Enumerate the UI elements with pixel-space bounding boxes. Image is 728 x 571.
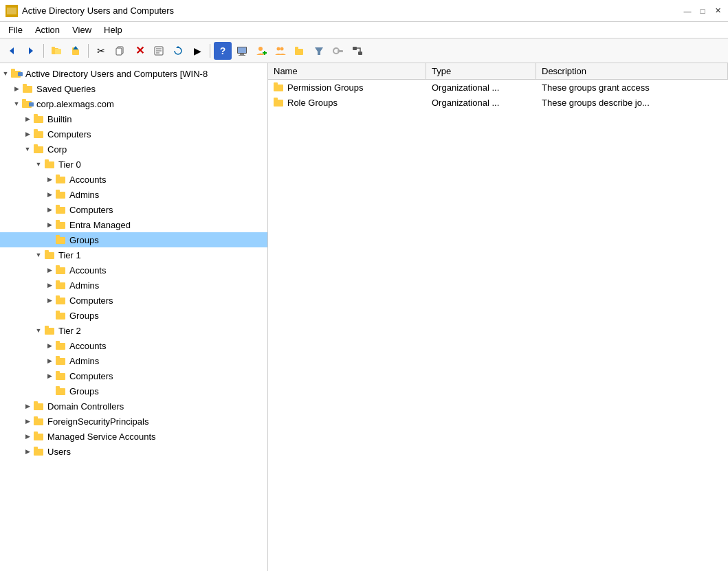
toolbar: ✂ ✕ ▶ ? [0,38,728,63]
new-group-button[interactable] [272,42,289,60]
managed-service-label: Managed Service Accounts [47,432,156,442]
open-button[interactable] [47,42,65,60]
computer-button[interactable] [233,42,251,60]
properties-button[interactable] [150,42,168,60]
t0-entra-label: Entra Managed [69,220,131,230]
tree-item-foreign-security[interactable]: ▶ ForeignSecurityPrincipals [0,414,267,429]
tier0-expander[interactable]: ▼ [33,159,44,170]
tree-item-users[interactable]: ▶ Users [0,444,267,459]
tree-item-corp-ou[interactable]: ▼ Corp [0,142,267,157]
menu-action[interactable]: Action [30,23,65,36]
corp-ou-expander[interactable]: ▼ [22,144,33,155]
tree-item-t0-accounts[interactable]: ▶ Accounts [0,172,267,187]
svg-rect-46 [34,144,38,147]
window-controls: — □ ✕ [683,6,723,16]
tier1-expander[interactable]: ▼ [33,249,44,260]
saved-queries-expander[interactable]: ▶ [11,83,22,94]
col-header-name[interactable]: Name [268,63,426,79]
svg-rect-18 [238,47,246,53]
tree-item-tier0[interactable]: ▼ Tier 0 [0,157,267,172]
svg-rect-61 [56,267,65,274]
tree-item-managed-service[interactable]: ▶ Managed Service Accounts [0,429,267,444]
managed-service-expander[interactable]: ▶ [22,431,33,442]
t1-accounts-expander[interactable]: ▶ [44,265,55,276]
svg-rect-82 [34,416,38,419]
menu-help[interactable]: Help [98,23,128,36]
tree-item-computers-top[interactable]: ▶ Computers [0,126,267,142]
key-button[interactable] [329,42,347,60]
corp-expander[interactable]: ▼ [11,98,22,109]
tree-item-t2-admins[interactable]: ▶ Admins [0,353,267,368]
filter-button[interactable] [310,42,328,60]
domain-controllers-expander[interactable]: ▶ [22,401,33,412]
new-ou-button[interactable] [291,42,309,60]
tree-item-tier1[interactable]: ▼ Tier 1 [0,247,267,262]
tree-item-t0-computers[interactable]: ▶ Computers [0,202,267,217]
list-row[interactable]: Role Groups Organizational ... These gro… [268,95,728,110]
copy-button[interactable] [111,42,129,60]
tree-item-t1-admins[interactable]: ▶ Admins [0,278,267,293]
t1-admins-expander[interactable]: ▶ [44,280,55,291]
tree-item-t0-admins[interactable]: ▶ Admins [0,187,267,202]
svg-rect-77 [56,388,65,395]
tree-item-saved-queries[interactable]: ▶ Saved Queries [0,81,267,96]
tree-item-tier2[interactable]: ▼ Tier 2 [0,323,267,338]
tree-item-builtin[interactable]: ▶ Builtin [0,111,267,126]
tree-item-root[interactable]: ▼ Active Directory Users and Computers [… [0,66,267,81]
new-user-button[interactable] [252,42,270,60]
t2-accounts-expander[interactable]: ▶ [44,340,55,351]
tree-panel[interactable]: ▼ Active Directory Users and Computers [… [0,63,268,571]
foreign-security-expander[interactable]: ▶ [22,416,33,427]
tree-item-t2-groups[interactable]: ▶ Groups [0,383,267,399]
menu-file[interactable]: File [3,23,28,36]
connect-button[interactable] [349,42,366,60]
t2-computers-expander[interactable]: ▶ [44,370,55,381]
builtin-expander[interactable]: ▶ [22,113,33,124]
delete-button[interactable]: ✕ [131,42,148,60]
help-button[interactable]: ? [214,42,232,60]
tree-item-t0-groups[interactable]: ▶ Groups [0,232,267,247]
maximize-button[interactable]: □ [698,6,707,16]
back-button[interactable] [3,42,21,60]
up-button[interactable] [67,42,85,60]
tree-item-t2-computers[interactable]: ▶ Computers [0,368,267,383]
refresh-button[interactable] [169,42,187,60]
t0-admins-expander[interactable]: ▶ [44,189,55,200]
t1-computers-expander[interactable]: ▶ [44,295,55,306]
svg-rect-42 [34,114,38,117]
svg-rect-26 [295,49,303,55]
tree-item-corp[interactable]: ▼ corp.alexmags.com [0,96,267,111]
svg-rect-68 [56,311,60,313]
tree-item-t1-accounts[interactable]: ▶ Accounts [0,262,267,278]
t0-accounts-expander[interactable]: ▶ [44,174,55,185]
tier2-expander[interactable]: ▼ [33,325,44,336]
t0-entra-expander[interactable]: ▶ [44,219,55,230]
forward-button[interactable] [22,42,40,60]
svg-rect-90 [274,98,278,100]
tree-item-t1-computers[interactable]: ▶ Computers [0,293,267,308]
users-expander[interactable]: ▶ [22,446,33,457]
menu-bar: File Action View Help [0,22,728,38]
col-header-description[interactable]: Description [536,63,728,79]
t2-admins-expander[interactable]: ▶ [44,355,55,366]
tree-item-domain-controllers[interactable]: ▶ Domain Controllers [0,399,267,414]
tree-item-t1-groups[interactable]: ▶ Groups [0,308,267,323]
svg-rect-67 [56,313,65,320]
export-button[interactable]: ▶ [188,42,206,60]
tree-item-t2-accounts[interactable]: ▶ Accounts [0,338,267,353]
tree-item-t0-entra[interactable]: ▶ Entra Managed [0,217,267,232]
menu-view[interactable]: View [67,23,97,36]
root-expander[interactable]: ▼ [0,68,11,79]
col-header-type[interactable]: Type [426,63,536,79]
list-area[interactable]: Permission Groups Organizational ... The… [268,80,728,571]
close-button[interactable]: ✕ [713,6,723,16]
computers-top-expander[interactable]: ▶ [22,128,33,139]
cut-button[interactable]: ✂ [92,42,110,60]
list-cell-name-0: Permission Groups [268,81,426,94]
builtin-label: Builtin [47,114,71,124]
right-panel: Name Type Description Permission Groups [268,63,728,571]
minimize-button[interactable]: — [683,6,692,16]
list-row[interactable]: Permission Groups Organizational ... The… [268,80,728,95]
svg-marker-28 [315,47,323,55]
t0-computers-expander[interactable]: ▶ [44,204,55,215]
